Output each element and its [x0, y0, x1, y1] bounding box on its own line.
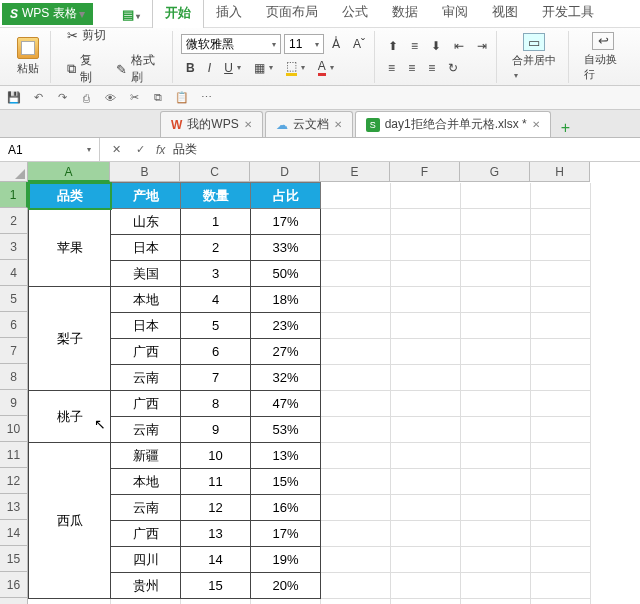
col-header-E[interactable]: E — [320, 162, 390, 182]
col-header-A[interactable]: A — [28, 162, 110, 182]
cell[interactable] — [391, 599, 461, 605]
cell[interactable] — [531, 547, 591, 573]
data-cell[interactable]: 20% — [251, 573, 321, 599]
cell[interactable] — [531, 235, 591, 261]
cell[interactable] — [321, 573, 391, 599]
merge-center-button[interactable]: ▭ 合并居中▾ — [505, 30, 564, 83]
data-cell[interactable]: 本地 — [111, 469, 181, 495]
cell[interactable] — [461, 365, 531, 391]
redo-icon[interactable]: ↷ — [54, 90, 70, 106]
paste-icon[interactable]: 📋 — [174, 90, 190, 106]
cell[interactable] — [391, 391, 461, 417]
format-painter-button[interactable]: ✎格式刷 — [110, 49, 168, 89]
cell[interactable] — [391, 235, 461, 261]
cell[interactable] — [391, 417, 461, 443]
menu-tab-3[interactable]: 公式 — [330, 0, 380, 28]
data-cell[interactable]: 14 — [181, 547, 251, 573]
menu-tab-7[interactable]: 开发工具 — [530, 0, 606, 28]
cell-grid[interactable]: 品类产地数量占比苹果山东117%日本233%美国350%梨子本地418%日本52… — [28, 182, 591, 604]
cell[interactable] — [391, 495, 461, 521]
data-cell[interactable]: 17% — [251, 521, 321, 547]
cell[interactable] — [461, 287, 531, 313]
col-header-D[interactable]: D — [250, 162, 320, 182]
cell[interactable] — [321, 469, 391, 495]
cell[interactable] — [321, 209, 391, 235]
row-header-17[interactable]: 17 — [0, 598, 28, 604]
sheet-area[interactable]: ABCDEFGH 1234567891011121314151617181920… — [0, 162, 640, 604]
cell[interactable] — [391, 209, 461, 235]
cell[interactable] — [461, 417, 531, 443]
category-cell[interactable]: 苹果 — [29, 209, 111, 287]
cell[interactable] — [461, 261, 531, 287]
align-middle-button[interactable]: ≡ — [406, 36, 423, 56]
menu-tab-5[interactable]: 审阅 — [430, 0, 480, 28]
data-cell[interactable]: 广西 — [111, 391, 181, 417]
border-button[interactable]: ▦▾ — [249, 58, 278, 78]
cell[interactable] — [461, 391, 531, 417]
cell[interactable] — [391, 521, 461, 547]
data-cell[interactable]: 4 — [181, 287, 251, 313]
cell[interactable] — [531, 599, 591, 605]
data-cell[interactable]: 10 — [181, 443, 251, 469]
row-header-8[interactable]: 8 — [0, 364, 28, 390]
doc-tab-1[interactable]: ☁云文档✕ — [265, 111, 353, 137]
cell[interactable] — [391, 443, 461, 469]
cell[interactable] — [531, 391, 591, 417]
data-cell[interactable]: 本地 — [111, 287, 181, 313]
cut-icon[interactable]: ✂ — [126, 90, 142, 106]
align-right-button[interactable]: ≡ — [423, 58, 440, 78]
select-all-corner[interactable] — [0, 162, 28, 182]
cell[interactable] — [461, 339, 531, 365]
data-cell[interactable]: 9 — [181, 417, 251, 443]
close-icon[interactable]: ✕ — [244, 119, 252, 130]
orientation-button[interactable]: ↻ — [443, 58, 463, 78]
data-cell[interactable]: 32% — [251, 365, 321, 391]
row-header-5[interactable]: 5 — [0, 286, 28, 312]
cell[interactable] — [321, 339, 391, 365]
data-cell[interactable]: 27% — [251, 339, 321, 365]
cell[interactable] — [531, 365, 591, 391]
data-cell[interactable]: 四川 — [111, 547, 181, 573]
data-cell[interactable]: 13% — [251, 443, 321, 469]
doc-tab-0[interactable]: W我的WPS✕ — [160, 111, 263, 137]
data-cell[interactable]: 13 — [181, 521, 251, 547]
cell[interactable] — [461, 235, 531, 261]
category-cell[interactable]: 西瓜 — [29, 443, 111, 599]
data-cell[interactable]: 50% — [251, 261, 321, 287]
data-cell[interactable]: 云南 — [111, 417, 181, 443]
cell[interactable] — [531, 443, 591, 469]
bold-button[interactable]: B — [181, 58, 200, 78]
fx-confirm-icon[interactable]: ✓ — [132, 142, 148, 158]
formula-input[interactable]: 品类 — [173, 141, 197, 158]
save-icon[interactable]: 💾 — [6, 90, 22, 106]
cell[interactable] — [111, 599, 181, 605]
cell[interactable] — [321, 599, 391, 605]
cell[interactable] — [531, 313, 591, 339]
paste-button[interactable]: 粘贴 — [10, 34, 46, 79]
cell[interactable] — [461, 547, 531, 573]
cell[interactable] — [321, 521, 391, 547]
cell[interactable] — [391, 365, 461, 391]
menu-tab-1[interactable]: 插入 — [204, 0, 254, 28]
cell[interactable] — [29, 599, 111, 605]
data-cell[interactable]: 5 — [181, 313, 251, 339]
cell[interactable] — [391, 547, 461, 573]
data-cell[interactable]: 11 — [181, 469, 251, 495]
row-header-3[interactable]: 3 — [0, 234, 28, 260]
cell[interactable] — [531, 261, 591, 287]
header-cell[interactable]: 产地 — [111, 183, 181, 209]
indent-right-button[interactable]: ⇥ — [472, 36, 492, 56]
col-header-F[interactable]: F — [390, 162, 460, 182]
close-icon[interactable]: ✕ — [334, 119, 342, 130]
preview-icon[interactable]: 👁 — [102, 90, 118, 106]
name-box[interactable]: A1 ▾ — [0, 138, 100, 161]
data-cell[interactable]: 3 — [181, 261, 251, 287]
cell[interactable] — [391, 261, 461, 287]
col-header-B[interactable]: B — [110, 162, 180, 182]
header-cell[interactable]: 品类 — [29, 183, 111, 209]
menu-tab-4[interactable]: 数据 — [380, 0, 430, 28]
row-header-10[interactable]: 10 — [0, 416, 28, 442]
data-cell[interactable]: 云南 — [111, 365, 181, 391]
cell[interactable] — [531, 287, 591, 313]
add-tab-button[interactable]: + — [553, 119, 578, 137]
